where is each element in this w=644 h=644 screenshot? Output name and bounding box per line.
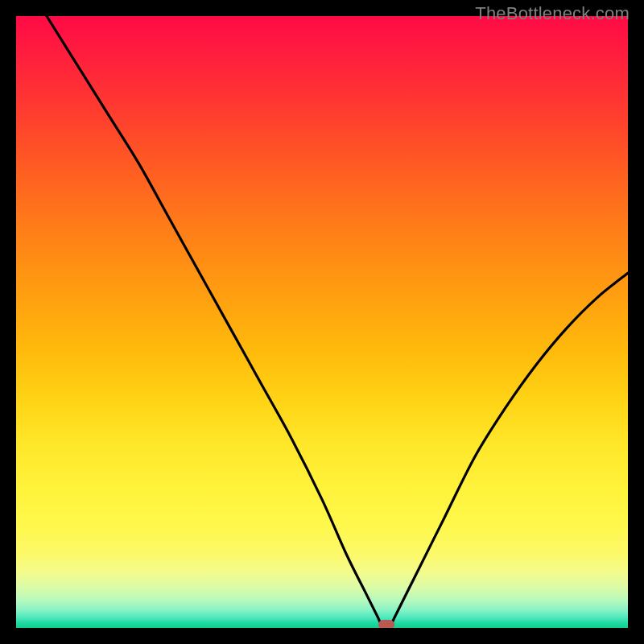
chart-frame: TheBottleneck.com xyxy=(0,0,644,644)
plot-area xyxy=(16,16,628,628)
optimal-marker xyxy=(378,620,394,628)
watermark-text: TheBottleneck.com xyxy=(475,3,630,24)
bottleneck-curve-path xyxy=(47,16,628,628)
curve-svg xyxy=(16,16,628,628)
